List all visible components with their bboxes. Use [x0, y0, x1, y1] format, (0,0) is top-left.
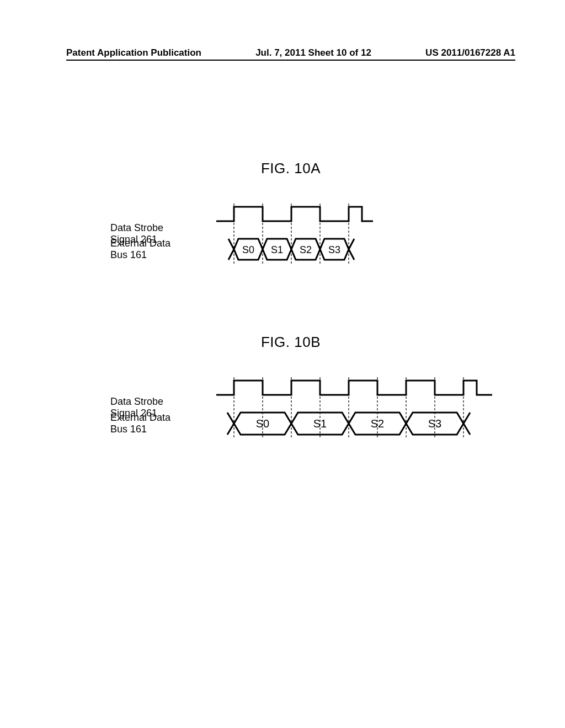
patent-page: Patent Application Publication Jul. 7, 2… [0, 0, 565, 459]
svg-line-12 [349, 249, 354, 260]
label-line: Data Strobe [110, 222, 163, 233]
bus-cell: S2 [300, 244, 312, 255]
bus-cell: S1 [271, 244, 283, 255]
svg-line-29 [463, 424, 470, 435]
bus-cell: S3 [428, 417, 441, 430]
figure-title: FIG. 10A [66, 160, 515, 177]
label-line: Bus 161 [110, 424, 147, 435]
bus-cell: S0 [256, 417, 269, 430]
bus-row: External Data Bus 161 [110, 237, 515, 262]
label-line: Bus 161 [110, 249, 147, 260]
bus-label: External Data Bus 161 [110, 238, 216, 260]
svg-line-9 [228, 239, 234, 249]
header-right: US 2011/0167228 A1 [425, 47, 515, 58]
bus-label: External Data Bus 161 [110, 412, 216, 435]
header-left: Patent Application Publication [66, 47, 201, 58]
bus-cell: S0 [242, 244, 254, 255]
header-middle: Jul. 7, 2011 Sheet 10 of 12 [255, 47, 371, 58]
figure-title: FIG. 10B [66, 334, 515, 351]
bus-cell: S2 [371, 417, 384, 430]
bus-waveform: S0 S1 S2 S3 [216, 410, 503, 437]
label-line: External Data [110, 412, 170, 423]
page-header: Patent Application Publication Jul. 7, 2… [66, 47, 515, 61]
label-line: External Data [110, 238, 170, 249]
svg-line-11 [349, 239, 354, 249]
svg-line-27 [227, 424, 234, 435]
bus-cell: S1 [313, 417, 327, 430]
label-line: Data Strobe [110, 396, 163, 407]
figure-10b: FIG. 10B Data Strobe Signal 261 [66, 334, 515, 437]
svg-line-28 [463, 413, 470, 424]
bus-cell: S3 [328, 244, 340, 255]
bus-row: External Data Bus 161 [110, 410, 515, 437]
svg-line-26 [227, 413, 234, 424]
bus-waveform: S0 S1 S2 S3 [216, 237, 376, 262]
svg-line-10 [228, 249, 234, 260]
figure-10a: FIG. 10A Data Strobe Signal 261 [66, 160, 515, 262]
